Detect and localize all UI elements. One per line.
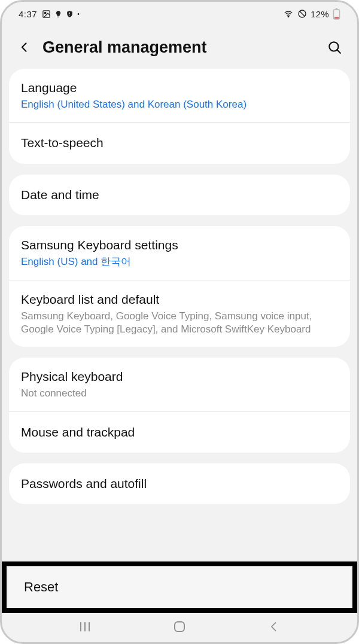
page-title: General management <box>42 38 317 57</box>
item-subtitle: English (US) and 한국어 <box>21 255 338 268</box>
settings-item-language[interactable]: Language English (United States) and Kor… <box>9 69 350 122</box>
settings-group: Samsung Keyboard settings English (US) a… <box>9 226 350 347</box>
picture-icon <box>42 10 51 19</box>
nav-recents-button[interactable] <box>67 618 103 636</box>
item-title: Language <box>21 80 338 96</box>
settings-group: Passwords and autofill <box>9 463 350 504</box>
settings-item-reset[interactable]: Reset <box>7 566 352 608</box>
settings-item-passwords[interactable]: Passwords and autofill <box>9 463 350 504</box>
item-title: Passwords and autofill <box>21 475 338 492</box>
item-title: Date and time <box>21 187 338 203</box>
item-title: Text-to-speech <box>21 135 338 151</box>
item-subtitle: Samsung Keyboard, Google Voice Typing, S… <box>21 310 338 336</box>
item-subtitle: English (United States) and Korean (Sout… <box>21 98 338 111</box>
settings-item-keyboard-list[interactable]: Keyboard list and default Samsung Keyboa… <box>9 280 350 347</box>
wifi-icon <box>283 10 294 19</box>
settings-item-mouse[interactable]: Mouse and trackpad <box>9 411 350 453</box>
item-subtitle: Not connected <box>21 387 338 400</box>
settings-group: Language English (United States) and Kor… <box>9 69 350 164</box>
settings-item-tts[interactable]: Text-to-speech <box>9 122 350 163</box>
settings-group: Physical keyboard Not connected Mouse an… <box>9 358 350 453</box>
settings-group: Date and time <box>9 175 350 215</box>
item-title: Physical keyboard <box>21 368 338 385</box>
status-bar: 4:37 • 12% <box>2 2 357 22</box>
svg-rect-6 <box>336 8 338 10</box>
shield-icon <box>66 10 74 19</box>
bulb-icon <box>54 10 62 19</box>
item-title: Mouse and trackpad <box>21 424 338 441</box>
search-button[interactable] <box>325 38 344 57</box>
svg-point-2 <box>69 15 70 16</box>
item-title: Samsung Keyboard settings <box>21 237 338 254</box>
svg-point-3 <box>288 16 289 17</box>
svg-line-9 <box>337 50 340 53</box>
settings-content: Language English (United States) and Kor… <box>2 69 357 504</box>
settings-item-samsung-keyboard[interactable]: Samsung Keyboard settings English (US) a… <box>9 226 350 279</box>
no-signal-icon <box>297 9 307 19</box>
highlight-overlay: Reset <box>2 561 357 613</box>
page-header: General management <box>2 22 357 69</box>
back-button[interactable] <box>15 38 34 57</box>
svg-rect-13 <box>175 622 184 631</box>
phone-frame: 4:37 • 12% <box>0 0 359 644</box>
dot-icon: • <box>77 11 80 17</box>
nav-home-button[interactable] <box>162 618 197 636</box>
nav-back-button[interactable] <box>256 618 292 636</box>
svg-rect-7 <box>334 17 339 19</box>
item-title: Keyboard list and default <box>21 291 338 308</box>
status-time: 4:37 <box>19 9 37 19</box>
item-title: Reset <box>24 579 58 595</box>
settings-item-datetime[interactable]: Date and time <box>9 175 350 215</box>
svg-point-1 <box>45 12 47 14</box>
nav-bar <box>2 611 357 642</box>
settings-item-physical-keyboard[interactable]: Physical keyboard Not connected <box>9 358 350 411</box>
battery-percent: 12% <box>311 9 329 19</box>
battery-icon <box>333 8 340 20</box>
